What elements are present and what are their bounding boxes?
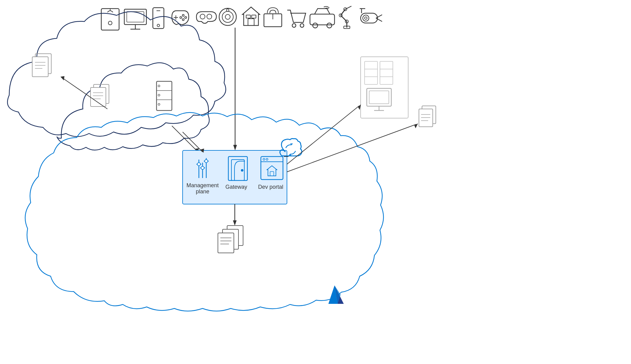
gateway-label: Gateway	[225, 184, 247, 190]
wifi-device-icon	[264, 8, 282, 27]
gamepad-icon	[172, 11, 189, 25]
svg-line-34	[341, 9, 345, 15]
svg-point-76	[201, 166, 204, 169]
server-icon-inner-cloud	[157, 81, 172, 110]
svg-point-17	[207, 14, 212, 19]
svg-point-75	[197, 163, 200, 166]
svg-point-20	[225, 14, 230, 19]
svg-marker-66	[60, 76, 64, 80]
svg-point-18	[219, 8, 236, 25]
svg-point-64	[158, 103, 160, 105]
diagram-container: Management plane Gateway Dev portal	[0, 0, 631, 364]
svg-point-41	[363, 15, 369, 21]
svg-marker-48	[233, 145, 237, 150]
svg-point-14	[182, 19, 184, 21]
docs-icon-right	[419, 106, 436, 127]
datacenter-box	[361, 57, 408, 118]
svg-point-9	[157, 24, 160, 27]
svg-point-28	[300, 24, 304, 27]
svg-rect-99	[380, 61, 393, 84]
svg-rect-55	[91, 87, 106, 106]
shopping-cart-icon	[287, 10, 306, 27]
svg-rect-24	[252, 15, 256, 18]
robotic-arm-icon	[339, 6, 351, 29]
svg-rect-6	[127, 12, 144, 22]
svg-marker-91	[233, 220, 237, 226]
svg-point-12	[182, 14, 184, 16]
svg-rect-109	[419, 109, 433, 127]
vr-headset-icon	[196, 12, 216, 23]
svg-rect-22	[248, 19, 254, 25]
svg-point-63	[158, 94, 160, 96]
autonomous-vehicle-icon	[310, 6, 335, 28]
dev-portal-label: Dev portal	[258, 184, 283, 190]
svg-point-19	[222, 11, 233, 22]
svg-point-13	[185, 17, 187, 18]
svg-line-115	[287, 124, 416, 172]
azure-logo	[328, 285, 344, 304]
svg-point-62	[158, 85, 160, 87]
monitor-datacenter	[367, 88, 391, 110]
speaker-icon	[219, 8, 236, 25]
svg-point-27	[292, 24, 296, 27]
svg-rect-23	[246, 15, 250, 18]
touch-device-icon	[101, 9, 119, 30]
svg-line-113	[287, 106, 359, 164]
svg-rect-98	[365, 61, 377, 84]
svg-rect-50	[32, 57, 48, 77]
svg-line-117	[183, 132, 203, 152]
management-plane-label: Management	[186, 182, 219, 188]
database-docs-bottom	[218, 226, 243, 253]
svg-point-77	[205, 160, 208, 163]
docs-icon-inner-cloud	[91, 84, 109, 106]
svg-point-15	[180, 17, 182, 18]
svg-point-42	[365, 17, 367, 19]
svg-point-16	[200, 14, 205, 19]
docs-icon-outer-cloud	[32, 54, 51, 77]
svg-rect-0	[101, 9, 119, 30]
svg-point-31	[327, 23, 332, 28]
management-plane-label2: plane	[196, 188, 209, 195]
svg-point-1	[108, 21, 112, 25]
svg-line-67	[172, 126, 196, 150]
smart-home-icon	[242, 7, 260, 25]
svg-point-21	[226, 9, 229, 11]
svg-rect-107	[369, 91, 389, 104]
svg-point-30	[313, 23, 318, 28]
svg-rect-94	[218, 233, 234, 253]
svg-marker-116	[414, 123, 418, 128]
security-camera-icon	[360, 9, 382, 23]
svg-point-80	[241, 169, 243, 172]
